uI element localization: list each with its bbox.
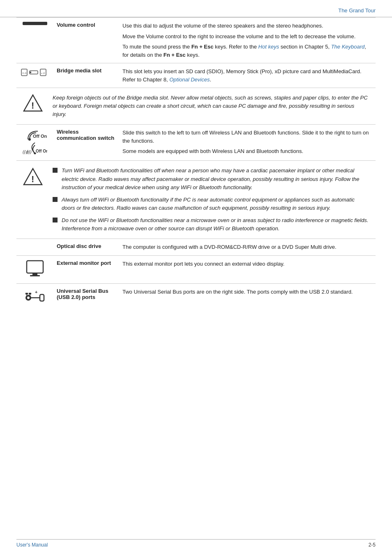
page-header: The Grand Tour [0, 0, 392, 17]
keyboard-link[interactable]: The Keyboard [331, 44, 365, 50]
svg-rect-26 [29, 293, 31, 294]
bridge-warning-inner-row: ! Keep foreign objects out of the Bridge… [16, 88, 376, 124]
table-row: Off On ((ϕ)) Off On Wireless communicati… [16, 125, 376, 161]
monitor-label-text: External monitor port [57, 260, 111, 266]
svg-text:((ϕ)): ((ϕ)) [23, 149, 32, 154]
wireless-icon-cell: Off On ((ϕ)) Off On [16, 125, 53, 161]
bridge-desc: This slot lets you insert an SD card (SD… [119, 63, 376, 88]
svg-rect-17 [30, 275, 40, 276]
wireless-desc-2: Some models are equipped with both Wirel… [122, 147, 372, 155]
bridge-warning-table: ! Keep foreign objects out of the Bridge… [16, 88, 376, 124]
svg-text:!: ! [31, 100, 34, 111]
usb-svg-icon: + [24, 288, 46, 308]
optical-desc: The computer is configured with a DVD-RO… [119, 239, 376, 256]
wireless-desc-1: Slide this switch to the left to turn of… [122, 129, 372, 145]
svg-text:SD: SD [22, 72, 27, 74]
wireless-bullet-list: Turn WiFi and Bluetooth functionalities … [53, 167, 369, 233]
wireless-icon-group: Off On [20, 129, 50, 142]
bullet-square-2 [53, 197, 58, 202]
svg-text:Off  On: Off On [33, 134, 47, 139]
wireless-symbol: ((ϕ)) Off On [20, 142, 50, 156]
wireless-label-text: Wireless communication switch [57, 129, 114, 141]
table-row: SD xD Bridge media slot This slot lets y… [16, 63, 376, 88]
bullet-text-2: Always turn off WiFi or Bluetooth functi… [62, 196, 369, 212]
bullet-square-3 [53, 218, 58, 222]
table-row: Volume control Use this dial to adjust t… [16, 18, 376, 63]
monitor-desc: This external monitor port lets you conn… [119, 255, 376, 283]
monitor-desc-1: This external monitor port lets you conn… [122, 260, 372, 268]
svg-text:Off On: Off On [36, 149, 47, 153]
monitor-icon-cell [16, 255, 53, 283]
usb-icon-cell: + [16, 283, 53, 313]
bridge-warning-row: ! Keep foreign objects out of the Bridge… [16, 88, 376, 125]
monitor-icon-wrapper [24, 260, 46, 279]
svg-text:!: ! [31, 174, 34, 184]
page-footer: User's Manual 2-5 [16, 539, 376, 548]
svg-point-22 [27, 297, 30, 299]
hot-keys-link[interactable]: Hot keys [258, 44, 279, 50]
bridge-warning-cell: ! Keep foreign objects out of the Bridge… [16, 88, 376, 125]
wireless-warning-row: ! Turn WiFi and Bluetooth functionalitie… [16, 161, 376, 239]
bridge-desc-1: This slot lets you insert an SD card (SD… [122, 67, 372, 83]
bullet-text-3: Do not use the WiFi or Bluetooth functio… [62, 216, 369, 233]
volume-desc-3: To mute the sound press the Fn + Esc key… [122, 43, 372, 59]
bridge-warning-text-cell: Keep foreign objects out of the Bridge m… [49, 88, 376, 124]
optical-desc-1: The computer is configured with a DVD-RO… [122, 243, 372, 251]
wireless-warning-cell: ! Turn WiFi and Bluetooth functionalitie… [16, 161, 376, 239]
usb-desc-1: Two Universal Serial Bus ports are on th… [122, 288, 372, 296]
wireless-svg: ((ϕ)) Off On [23, 142, 47, 154]
optical-icon-cell [16, 239, 53, 256]
monitor-svg-icon [24, 260, 46, 278]
bridge-warning-icon-cell: ! [16, 88, 49, 124]
volume-label: Volume control [53, 18, 119, 63]
svg-rect-25 [25, 293, 28, 294]
content-area: Volume control Use this dial to adjust t… [0, 17, 392, 329]
monitor-label: External monitor port [53, 255, 119, 283]
svg-point-8 [28, 138, 31, 141]
wireless-warning-table: ! Turn WiFi and Bluetooth functionalitie… [16, 161, 376, 239]
fn-esc-bold2: Fn + Esc [164, 52, 186, 58]
bridge-media-icon: SD xD [21, 72, 49, 79]
volume-desc-1: Use this dial to adjust the volume of th… [122, 22, 372, 30]
svg-text:+: + [35, 290, 37, 294]
bridge-icon-cell: SD xD [16, 63, 53, 88]
footer-left: User's Manual [16, 542, 48, 548]
optical-label: Optical disc drive [53, 239, 119, 256]
wireless-desc: Slide this switch to the left to turn of… [119, 125, 376, 161]
svg-rect-15 [27, 261, 43, 273]
table-row: + Universal Serial Bus (USB 2.0) ports T… [16, 283, 376, 313]
usb-desc: Two Universal Serial Bus ports are on th… [119, 283, 376, 313]
usb-label: Universal Serial Bus (USB 2.0) ports [53, 283, 119, 313]
wireless-bullets-cell: Turn WiFi and Bluetooth functionalities … [49, 161, 376, 239]
usb-label-text: Universal Serial Bus (USB 2.0) ports [57, 288, 108, 300]
main-table: Volume control Use this dial to adjust t… [16, 17, 376, 313]
bullet-text-1: Turn WiFi and Bluetooth functionalities … [62, 167, 369, 191]
table-row: Optical disc drive The computer is confi… [16, 239, 376, 256]
warning-triangle-icon-2: ! [23, 167, 43, 185]
bullet-item-2: Always turn off WiFi or Bluetooth functi… [53, 196, 369, 212]
fn-esc-bold: Fn + Esc [191, 44, 214, 50]
optional-devices-link[interactable]: Optional Devices [169, 76, 210, 83]
bridge-svg-icon: SD xD [21, 67, 49, 77]
volume-desc-2: Move the Volume control to the right to … [122, 32, 372, 41]
svg-rect-20 [40, 294, 44, 301]
bullet-item-1: Turn WiFi and Bluetooth functionalities … [53, 167, 369, 191]
svg-rect-16 [32, 273, 37, 275]
volume-icon-cell [16, 18, 53, 63]
volume-icon [23, 22, 47, 25]
bullet-item-3: Do not use the WiFi or Bluetooth functio… [53, 216, 369, 233]
bullet-square-1 [53, 168, 58, 173]
wireless-warning-icon-cell: ! [16, 161, 49, 239]
footer-right: 2-5 [369, 542, 376, 548]
wireless-warning-inner-row: ! Turn WiFi and Bluetooth functionalitie… [16, 161, 376, 239]
bridge-warning-text: Keep foreign objects out of the Bridge m… [53, 94, 369, 118]
warning-triangle-icon: ! [23, 94, 43, 112]
svg-text:xD: xD [41, 72, 46, 74]
svg-rect-3 [30, 72, 31, 73]
bridge-label: Bridge media slot [53, 63, 119, 88]
volume-desc: Use this dial to adjust the volume of th… [119, 18, 376, 63]
table-row: External monitor port This external moni… [16, 255, 376, 283]
wireless-label: Wireless communication switch [53, 125, 119, 161]
page-title[interactable]: The Grand Tour [338, 7, 376, 14]
